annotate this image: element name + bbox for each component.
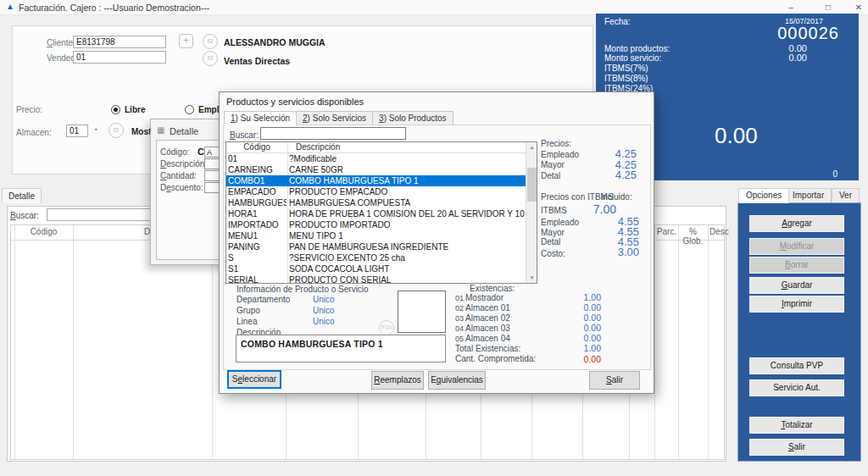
bottom-col-glob: % Glob. [678, 227, 708, 246]
tab-ver[interactable]: Ver [832, 188, 860, 203]
radio-libre[interactable] [111, 105, 120, 114]
precio-mayor-label: Mayor [541, 160, 565, 169]
seleccionar-button[interactable]: Seleccionar [227, 370, 281, 389]
tab-detalle-bottom[interactable]: Detalle [2, 188, 42, 203]
radio-empleado[interactable] [185, 105, 194, 114]
reemplazos-button[interactable]: Reemplazos [371, 371, 424, 390]
required-dot-icon: ▪ [95, 126, 97, 132]
scroll-down-icon[interactable]: ▼ [526, 273, 537, 283]
salir-button[interactable]: Salir [749, 439, 844, 456]
cant-comprometida-label: Cant. Comprometida: [455, 354, 536, 363]
itbms7-label: ITBMS(7%) [604, 64, 648, 73]
departamento-label: Departamento [236, 295, 290, 304]
existencia-valor: 0.00 [542, 333, 601, 343]
cliente-input[interactable] [73, 36, 166, 48]
detalle-window-title: Detalle [170, 126, 198, 136]
existencia-nombre: Almacen 01 [465, 303, 510, 313]
departamento-value: Unico [313, 295, 335, 304]
total-display: 0.00 [715, 123, 758, 149]
window-title: Facturación. Cajero : ---Usuario Demostr… [19, 3, 209, 13]
product-row[interactable]: S1SODA COCACOLA LIGHT [226, 263, 527, 274]
grupo-value: Unico [313, 306, 335, 315]
bottom-buscar-input[interactable] [47, 208, 151, 221]
linea-label: Linea [236, 317, 257, 326]
product-row[interactable]: IMPORTADOPRODUCTO IMPORTADO [226, 219, 527, 230]
modificar-button[interactable]: Modificar [749, 238, 844, 255]
tab-importar[interactable]: Importar [785, 188, 832, 203]
actions-panel: Agregar Modificar Borrar Guardar Imprimi… [737, 202, 861, 462]
scrollbar[interactable]: ▲ ▼ [526, 142, 537, 283]
bottom-col-codigo: Código [14, 227, 73, 236]
product-description-box: COMBO HAMBURGUESA TIPO 1 [236, 335, 446, 363]
grid-line [654, 225, 655, 459]
grid-line [73, 225, 74, 459]
product-row[interactable]: HORA1HORA DE PRUEBA 1 COMISION DEL 20 AL… [226, 208, 527, 219]
tab-opciones[interactable]: Opciones [738, 188, 789, 203]
f2-almacen-icon[interactable]: f2 [108, 123, 124, 138]
grid-line [678, 225, 679, 459]
app-icon: ▲ [6, 2, 14, 11]
product-row[interactable]: MENU1MENU TIPO 1 [226, 230, 527, 241]
incluido-label: incluido: [601, 192, 632, 202]
existencia-nombre: Almacen 03 [465, 324, 510, 333]
imprimir-button[interactable]: Imprimir [749, 296, 844, 313]
precios-title: Precios: [541, 139, 571, 148]
agregar-button[interactable]: Agregar [749, 215, 844, 232]
product-row-selected[interactable]: COMBO1COMBO HAMBURGUESA TIPO 1 [226, 175, 527, 186]
existencia-num: 03 [455, 314, 464, 323]
bottom-buscar-label: Buscar: [10, 211, 39, 220]
totalizar-button[interactable]: Totalizar [749, 417, 844, 434]
detalle-cantidad-label: Cantidad: [160, 171, 197, 180]
precio-label: Precio: [16, 105, 42, 114]
f2-vendedor-icon[interactable]: f2 [203, 51, 218, 66]
cant-comprometida-value: 0.00 [542, 354, 601, 364]
existencia-num: 01 [455, 294, 464, 302]
existencia-valor: 0.00 [542, 302, 601, 313]
detalle-descripcion-label: Descripción: [160, 159, 207, 169]
product-row[interactable]: 01?Modificable [226, 153, 527, 164]
f10-icon[interactable]: F10 [379, 320, 394, 335]
product-row[interactable]: HAMBURGUESAHAMBURGUESA COMPUESTA [226, 197, 527, 208]
precio-empleado-label: Empleado [541, 150, 579, 159]
products-dialog: Productos y servicios disponibles 1) Su … [219, 91, 654, 394]
grid-line [14, 225, 15, 459]
tab-su-seleccion[interactable]: 1) Su Selección [224, 111, 297, 125]
existencia-nombre: Mostrador [465, 293, 504, 302]
almacen-input[interactable] [66, 125, 88, 137]
products-table-header: Código Descripción [226, 142, 526, 153]
precio-detal-label: Detal [541, 171, 560, 180]
monto-servicio-value: 0.00 [789, 53, 807, 63]
tab-solo-servicios[interactable]: 2) Solo Servicios [297, 111, 373, 125]
dialog-salir-button[interactable]: Salir [589, 371, 640, 390]
guardar-button[interactable]: Guardar [749, 277, 844, 294]
precio-detal-value: 4.25 [593, 169, 637, 181]
borrar-button[interactable]: Borrar [749, 257, 844, 274]
f2-client-icon[interactable]: f2 [203, 34, 218, 49]
almacen-name: Most [131, 127, 151, 136]
scrollbar-thumb[interactable] [527, 168, 537, 202]
bottom-col-desc2: Desc [709, 227, 735, 236]
existencia-valor: 0.00 [542, 313, 601, 323]
product-description-text: COMBO HAMBURGUESA TIPO 1 [241, 339, 383, 349]
scroll-up-icon[interactable]: ▲ [526, 142, 537, 152]
itbms-value: 7.00 [567, 202, 616, 216]
existencia-nombre: Almacen 04 [465, 334, 510, 343]
product-row[interactable]: PANINGPAN DE HAMBURGUESA INGREDIENTE [226, 241, 527, 252]
app-window: Factura Numero: ▲ Facturación. Cajero : … [0, 0, 868, 476]
consulta-pvp-button[interactable]: Consulta PVP [749, 357, 844, 374]
servicio-aut-button[interactable]: Servicio Aut. [749, 379, 844, 396]
detalle-descuento-label: Descuento: [160, 183, 203, 192]
col-descripcion: Descripción [296, 142, 340, 152]
cliente-name: ALESSANDRO MUGGIA [224, 37, 326, 47]
tab-detalle-bottom-label: Detalle [8, 191, 35, 201]
product-row[interactable]: CARNEINGCARNE 50GR [226, 164, 527, 175]
tab-solo-productos[interactable]: 3) Solo Productos [373, 111, 453, 125]
col-codigo: Código [226, 142, 287, 152]
vendedor-input[interactable] [73, 51, 166, 64]
cliente-label: Cliente: [47, 38, 75, 47]
product-row[interactable]: S?SERVICIO EXCENTO 25 cha [226, 252, 527, 263]
product-row[interactable]: EMPACADOPRODUCTO EMPACADO [226, 186, 527, 197]
add-client-icon[interactable]: + [179, 34, 193, 48]
equivalencias-button[interactable]: Equivalencias [428, 371, 486, 390]
dialog-buscar-input[interactable] [260, 127, 406, 140]
